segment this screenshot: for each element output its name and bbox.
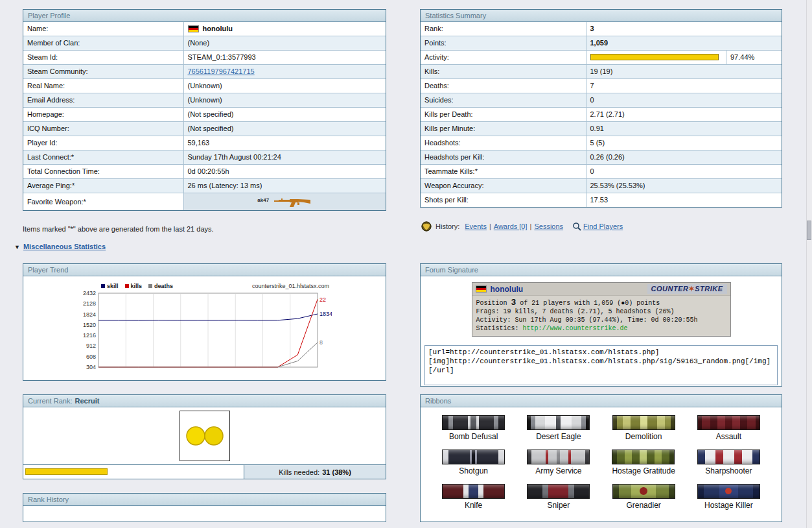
signature-activity-line: Activity: Sun 17th Aug 00:35 (97.44%), T… (476, 316, 726, 324)
stats-row-label: Kills per Minute: (421, 122, 586, 136)
player-trend-panel: Player Trend skillkillsdeathscounterstri… (23, 263, 386, 381)
ribbon-image (697, 484, 760, 499)
ribbon-label: Desert Eagle (527, 432, 590, 441)
current-rank-name: Recruit (75, 397, 99, 405)
collapse-arrow-icon[interactable]: ▼ (14, 244, 20, 250)
svg-text:304: 304 (86, 364, 96, 370)
ribbon-label: Hostage Killer (697, 501, 760, 510)
profile-row-label: Steam Id: (23, 51, 183, 65)
germany-flag-icon (188, 25, 199, 32)
legend-label: kills (131, 283, 143, 289)
legend-swatch (125, 284, 129, 288)
ribbon-cell: Hostage Gratitude (612, 450, 675, 475)
profile-row-value: 59,163 (183, 136, 386, 150)
activity-percent: 97.44% (726, 51, 782, 64)
player-name: honolulu (203, 25, 233, 32)
profile-row: Favorite Weapon:*ak47 (23, 193, 386, 211)
stats-row: Kills per Minute:0.91 (421, 122, 782, 136)
forum-signature-title: Forum Signature (421, 264, 782, 276)
vertical-scrollbar-track[interactable] (806, 0, 812, 528)
signature-image: honolulu COUNTER✶STRIKE Position 3 of 21… (472, 282, 731, 337)
stats-row-value: 97.44% (586, 51, 782, 65)
ribbon-label: Shotgun (442, 466, 505, 475)
bbcode-textarea[interactable]: [url=http://counterstrike_01.hlstatsx.co… (424, 345, 778, 385)
profile-row-label: Total Connection Time: (23, 165, 183, 179)
find-players-link[interactable]: Find Players (583, 222, 623, 230)
ribbon-cell: Demolition (612, 415, 675, 441)
stats-row: Kills:19 (19) (421, 65, 782, 79)
signature-stats-line: Statistics: http://www.counterstrike.de (476, 324, 726, 333)
profile-row-label: Steam Community: (23, 65, 183, 79)
ribbon-image (612, 484, 675, 499)
rank-progress-fill (25, 468, 108, 475)
stats-row-value: 1,059 (586, 36, 782, 51)
profile-row-label: ICQ Number: (23, 122, 183, 136)
activity-bar-wrap: 97.44% (586, 51, 782, 64)
rank-history-empty-body (23, 506, 386, 522)
stats-row: Headshots:5 (5) (421, 136, 782, 150)
activity-bar-track (590, 53, 723, 61)
stats-row-label: Deaths: (421, 79, 586, 93)
profile-row-label: Last Connect:* (23, 150, 183, 165)
profile-row-label: Member of Clan: (23, 36, 183, 51)
ribbon-cell: Army Service (527, 450, 590, 475)
ribbon-label: Sniper (527, 501, 590, 510)
legend-item: kills (125, 283, 143, 289)
miscellaneous-statistics-row: ▼Miscellaneous Statistics (14, 243, 106, 250)
profile-row-value: 0d 00:20:55h (183, 165, 386, 179)
ribbon-image (527, 450, 590, 464)
link-separator: | (489, 222, 491, 230)
kills-needed-label: Kills needed: (279, 468, 319, 476)
stats-row-label: Kills: (421, 65, 586, 79)
stats-row-value: 0 (586, 93, 782, 108)
stats-row: Shots per Kill:17.53 (421, 193, 782, 208)
player-profile-panel: Player Profile Name:honoluluMember of Cl… (23, 9, 386, 211)
ribbon-cell: Bomb Defusal (442, 415, 505, 441)
svg-text:2128: 2128 (83, 300, 96, 307)
rank-progress-track (23, 465, 244, 479)
stats-row-value: 5 (5) (586, 136, 782, 150)
profile-row-value: honolulu (183, 22, 386, 36)
vertical-scrollbar-thumb[interactable] (807, 221, 811, 240)
stats-row-label: Activity: (421, 51, 586, 65)
rank-history-title: Rank History (23, 494, 386, 506)
ribbon-image (697, 415, 760, 430)
svg-text:8: 8 (319, 339, 323, 346)
history-link[interactable]: Awards [0] (494, 222, 528, 230)
stats-row-value: 3 (586, 22, 782, 36)
ribbon-label: Knife (442, 501, 505, 510)
history-link[interactable]: Sessions (534, 222, 563, 230)
current-rank-title: Current Rank: (28, 397, 72, 405)
ribbon-cell: Sniper (527, 484, 590, 510)
ribbon-image (527, 484, 590, 499)
ribbon-image (612, 450, 675, 464)
signature-stats-url: http://www.counterstrike.de (523, 325, 628, 332)
profile-row: Homepage:(Not specified) (23, 108, 386, 122)
stats-row: Headshots per Kill:0.26 (0.26) (421, 150, 782, 165)
legend-label: deaths (154, 283, 173, 289)
stats-row: Activity:97.44% (421, 51, 782, 65)
miscellaneous-statistics-link[interactable]: Miscellaneous Statistics (23, 243, 106, 250)
svg-text:1834: 1834 (319, 311, 332, 317)
profile-row-label: Player Id: (23, 136, 183, 150)
signature-player-name: honolulu (491, 285, 524, 294)
stats-row: Deaths:7 (421, 79, 782, 93)
player-profile-table: Name:honoluluMember of Clan:(None)Steam … (23, 22, 386, 210)
ribbon-image (697, 450, 760, 464)
profile-row-label: Average Ping:* (23, 179, 183, 193)
legend-item: deaths (148, 283, 173, 289)
ribbon-cell: Shotgun (442, 450, 505, 475)
ribbon-image (612, 415, 675, 430)
legend-item: skill (101, 283, 119, 289)
rank-insignia-image (180, 411, 230, 461)
stats-row-value: 0 (586, 165, 782, 179)
profile-row: ICQ Number:(Not specified) (23, 122, 386, 136)
footnote: Items marked "*" above are generated fro… (23, 225, 386, 233)
legend-swatch (148, 284, 152, 288)
history-link[interactable]: Events (465, 222, 487, 230)
profile-row-value: (Not specified) (183, 122, 386, 136)
steam-community-link[interactable]: 76561197967421715 (188, 67, 255, 75)
activity-bar-fill (590, 54, 719, 60)
ribbon-cell: Sharpshooter (697, 450, 760, 475)
stats-row: Points:1,059 (421, 36, 782, 51)
